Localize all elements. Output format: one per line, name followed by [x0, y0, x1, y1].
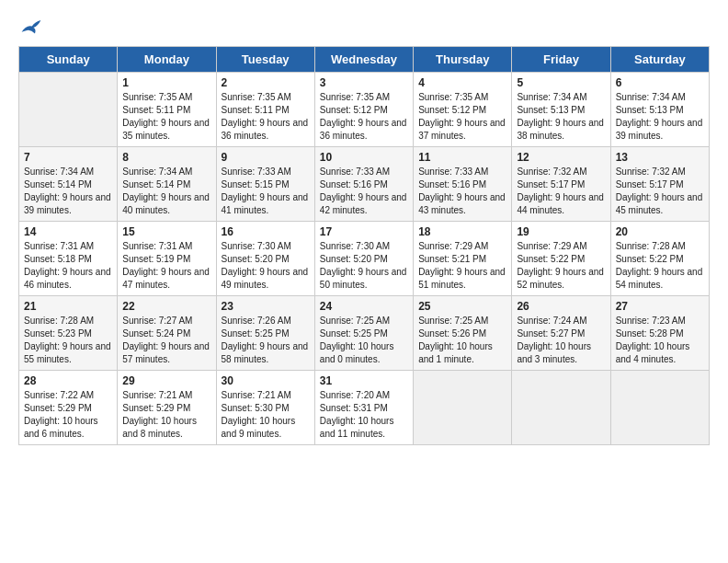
calendar-header: SundayMondayTuesdayWednesdayThursdayFrid… — [19, 47, 710, 73]
day-info: Sunrise: 7:35 AM Sunset: 5:12 PM Dayligh… — [320, 91, 408, 143]
calendar-day-cell — [414, 371, 512, 445]
calendar-day-cell: 23Sunrise: 7:26 AM Sunset: 5:25 PM Dayli… — [216, 296, 314, 371]
day-number: 3 — [320, 76, 408, 89]
day-number: 28 — [24, 374, 112, 387]
day-number: 18 — [418, 225, 506, 238]
calendar-day-cell: 2Sunrise: 7:35 AM Sunset: 5:11 PM Daylig… — [216, 73, 314, 147]
day-info: Sunrise: 7:35 AM Sunset: 5:12 PM Dayligh… — [418, 91, 506, 143]
day-number: 10 — [320, 151, 408, 164]
calendar-day-cell — [610, 371, 709, 445]
calendar-week-row: 28Sunrise: 7:22 AM Sunset: 5:29 PM Dayli… — [19, 371, 710, 445]
day-info: Sunrise: 7:22 AM Sunset: 5:29 PM Dayligh… — [24, 389, 112, 441]
day-info: Sunrise: 7:34 AM Sunset: 5:14 PM Dayligh… — [122, 166, 210, 217]
day-number: 2 — [222, 76, 310, 89]
day-number: 13 — [616, 151, 704, 164]
days-of-week-row: SundayMondayTuesdayWednesdayThursdayFrid… — [19, 47, 710, 73]
calendar-day-cell — [19, 73, 118, 147]
day-number: 6 — [616, 76, 704, 89]
calendar-day-cell: 5Sunrise: 7:34 AM Sunset: 5:13 PM Daylig… — [512, 73, 610, 147]
calendar-day-cell: 11Sunrise: 7:33 AM Sunset: 5:16 PM Dayli… — [414, 147, 512, 222]
day-of-week-header: Sunday — [19, 47, 118, 73]
day-info: Sunrise: 7:34 AM Sunset: 5:13 PM Dayligh… — [616, 91, 704, 143]
day-info: Sunrise: 7:29 AM Sunset: 5:22 PM Dayligh… — [517, 240, 605, 292]
day-info: Sunrise: 7:29 AM Sunset: 5:21 PM Dayligh… — [418, 240, 506, 292]
calendar-day-cell: 15Sunrise: 7:31 AM Sunset: 5:19 PM Dayli… — [118, 222, 216, 296]
calendar-day-cell: 13Sunrise: 7:32 AM Sunset: 5:17 PM Dayli… — [610, 147, 709, 222]
calendar-day-cell: 24Sunrise: 7:25 AM Sunset: 5:25 PM Dayli… — [314, 296, 413, 371]
day-number: 17 — [320, 225, 408, 238]
day-info: Sunrise: 7:21 AM Sunset: 5:30 PM Dayligh… — [222, 389, 310, 441]
calendar-day-cell: 26Sunrise: 7:24 AM Sunset: 5:27 PM Dayli… — [512, 296, 610, 371]
calendar-day-cell — [512, 371, 610, 445]
calendar-body: 1Sunrise: 7:35 AM Sunset: 5:11 PM Daylig… — [19, 73, 710, 445]
calendar-day-cell: 14Sunrise: 7:31 AM Sunset: 5:18 PM Dayli… — [19, 222, 118, 296]
calendar-table: SundayMondayTuesdayWednesdayThursdayFrid… — [18, 46, 710, 445]
day-of-week-header: Monday — [118, 47, 216, 73]
day-number: 29 — [122, 374, 210, 387]
calendar-day-cell: 30Sunrise: 7:21 AM Sunset: 5:30 PM Dayli… — [216, 371, 314, 445]
day-info: Sunrise: 7:23 AM Sunset: 5:28 PM Dayligh… — [616, 315, 704, 366]
day-number: 16 — [222, 225, 310, 238]
day-info: Sunrise: 7:33 AM Sunset: 5:16 PM Dayligh… — [418, 166, 506, 217]
day-info: Sunrise: 7:32 AM Sunset: 5:17 PM Dayligh… — [517, 166, 605, 217]
day-number: 5 — [517, 76, 605, 89]
day-info: Sunrise: 7:20 AM Sunset: 5:31 PM Dayligh… — [320, 389, 408, 441]
day-info: Sunrise: 7:28 AM Sunset: 5:23 PM Dayligh… — [24, 315, 112, 366]
calendar-day-cell: 8Sunrise: 7:34 AM Sunset: 5:14 PM Daylig… — [118, 147, 216, 222]
calendar-day-cell: 10Sunrise: 7:33 AM Sunset: 5:16 PM Dayli… — [314, 147, 413, 222]
day-info: Sunrise: 7:26 AM Sunset: 5:25 PM Dayligh… — [222, 315, 310, 366]
day-number: 14 — [24, 225, 112, 238]
day-number: 4 — [418, 76, 506, 89]
page-header — [18, 18, 710, 37]
day-number: 23 — [222, 300, 310, 313]
day-info: Sunrise: 7:31 AM Sunset: 5:18 PM Dayligh… — [24, 240, 112, 292]
day-info: Sunrise: 7:28 AM Sunset: 5:22 PM Dayligh… — [616, 240, 704, 292]
day-number: 30 — [222, 374, 310, 387]
calendar-day-cell: 4Sunrise: 7:35 AM Sunset: 5:12 PM Daylig… — [414, 73, 512, 147]
calendar-day-cell: 29Sunrise: 7:21 AM Sunset: 5:29 PM Dayli… — [118, 371, 216, 445]
calendar-day-cell: 12Sunrise: 7:32 AM Sunset: 5:17 PM Dayli… — [512, 147, 610, 222]
day-number: 25 — [418, 300, 506, 313]
day-info: Sunrise: 7:35 AM Sunset: 5:11 PM Dayligh… — [122, 91, 210, 143]
calendar-day-cell: 25Sunrise: 7:25 AM Sunset: 5:26 PM Dayli… — [414, 296, 512, 371]
calendar-day-cell: 21Sunrise: 7:28 AM Sunset: 5:23 PM Dayli… — [19, 296, 118, 371]
day-of-week-header: Tuesday — [216, 47, 314, 73]
calendar-day-cell: 22Sunrise: 7:27 AM Sunset: 5:24 PM Dayli… — [118, 296, 216, 371]
calendar-day-cell: 20Sunrise: 7:28 AM Sunset: 5:22 PM Dayli… — [610, 222, 709, 296]
calendar-day-cell: 31Sunrise: 7:20 AM Sunset: 5:31 PM Dayli… — [314, 371, 413, 445]
calendar-day-cell: 9Sunrise: 7:33 AM Sunset: 5:15 PM Daylig… — [216, 147, 314, 222]
day-info: Sunrise: 7:33 AM Sunset: 5:16 PM Dayligh… — [320, 166, 408, 217]
day-number: 1 — [122, 76, 210, 89]
calendar-day-cell: 28Sunrise: 7:22 AM Sunset: 5:29 PM Dayli… — [19, 371, 118, 445]
day-number: 20 — [616, 225, 704, 238]
day-number: 7 — [24, 151, 112, 164]
day-of-week-header: Saturday — [610, 47, 709, 73]
day-info: Sunrise: 7:27 AM Sunset: 5:24 PM Dayligh… — [122, 315, 210, 366]
day-number: 12 — [517, 151, 605, 164]
day-number: 9 — [222, 151, 310, 164]
calendar-day-cell: 17Sunrise: 7:30 AM Sunset: 5:20 PM Dayli… — [314, 222, 413, 296]
day-info: Sunrise: 7:25 AM Sunset: 5:26 PM Dayligh… — [418, 315, 506, 366]
calendar-week-row: 7Sunrise: 7:34 AM Sunset: 5:14 PM Daylig… — [19, 147, 710, 222]
day-number: 21 — [24, 300, 112, 313]
day-info: Sunrise: 7:34 AM Sunset: 5:13 PM Dayligh… — [517, 91, 605, 143]
day-info: Sunrise: 7:33 AM Sunset: 5:15 PM Dayligh… — [222, 166, 310, 217]
day-number: 31 — [320, 374, 408, 387]
day-info: Sunrise: 7:32 AM Sunset: 5:17 PM Dayligh… — [616, 166, 704, 217]
calendar-day-cell: 1Sunrise: 7:35 AM Sunset: 5:11 PM Daylig… — [118, 73, 216, 147]
calendar-day-cell: 27Sunrise: 7:23 AM Sunset: 5:28 PM Dayli… — [610, 296, 709, 371]
day-of-week-header: Friday — [512, 47, 610, 73]
day-number: 19 — [517, 225, 605, 238]
calendar-day-cell: 16Sunrise: 7:30 AM Sunset: 5:20 PM Dayli… — [216, 222, 314, 296]
day-number: 27 — [616, 300, 704, 313]
calendar-week-row: 21Sunrise: 7:28 AM Sunset: 5:23 PM Dayli… — [19, 296, 710, 371]
logo-bird-icon — [20, 18, 42, 37]
day-number: 15 — [122, 225, 210, 238]
day-number: 24 — [320, 300, 408, 313]
day-number: 8 — [122, 151, 210, 164]
day-number: 26 — [517, 300, 605, 313]
day-info: Sunrise: 7:30 AM Sunset: 5:20 PM Dayligh… — [320, 240, 408, 292]
calendar-day-cell: 3Sunrise: 7:35 AM Sunset: 5:12 PM Daylig… — [314, 73, 413, 147]
day-of-week-header: Wednesday — [314, 47, 413, 73]
day-number: 22 — [122, 300, 210, 313]
